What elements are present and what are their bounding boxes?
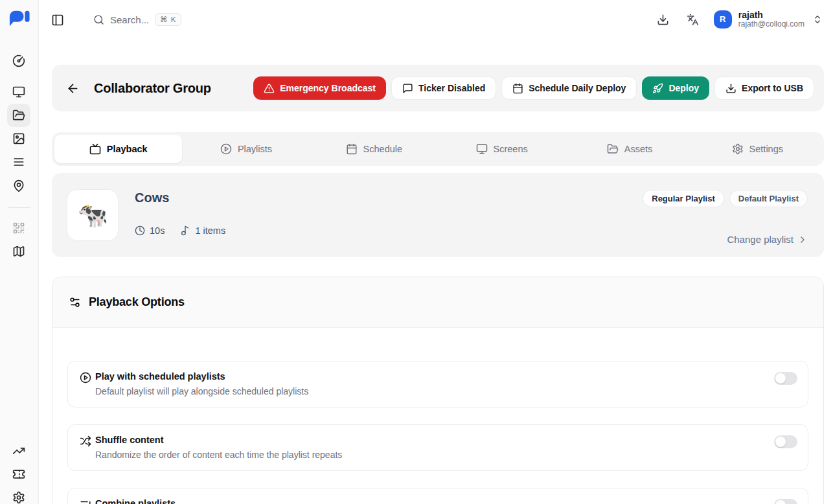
alert-triangle-icon xyxy=(264,83,275,94)
search-shortcut-badge: ⌘ K xyxy=(155,13,181,26)
option-row-combine-playlists: Combine playlists xyxy=(67,488,808,504)
gear-icon xyxy=(12,491,25,504)
calendar-icon xyxy=(512,83,523,94)
default-playlist-badge: Default Playlist xyxy=(729,190,808,207)
regular-playlist-badge: Regular Playlist xyxy=(643,190,724,207)
folder-open-icon xyxy=(12,109,25,122)
header-actions: Emergency Broadcast Ticker Disabled Sche… xyxy=(253,76,814,100)
music-note-icon xyxy=(180,225,190,236)
tv-icon xyxy=(89,143,101,155)
tab-label: Settings xyxy=(749,144,783,154)
sidebar-item-screens[interactable] xyxy=(7,80,30,104)
calendar-icon xyxy=(346,143,358,155)
download-icon xyxy=(725,83,736,94)
shuffle-icon xyxy=(80,435,91,447)
sidebar-item-qr-codes[interactable] xyxy=(7,216,30,240)
ticket-icon xyxy=(12,468,25,481)
playback-options-card: Playback Options Play with scheduled pla… xyxy=(52,277,824,504)
button-label: Export to USB xyxy=(742,83,803,93)
tab-playlists[interactable]: Playlists xyxy=(182,135,310,163)
user-name: rajath xyxy=(738,10,804,20)
sidebar-item-groups[interactable] xyxy=(7,104,30,127)
sidebar xyxy=(0,0,39,504)
download-button[interactable] xyxy=(654,10,672,29)
playlist-title: Cows xyxy=(135,190,169,205)
tab-settings[interactable]: Settings xyxy=(694,135,821,163)
tab-schedule[interactable]: Schedule xyxy=(310,135,438,163)
search-placeholder: Search... xyxy=(110,14,149,25)
chevron-right-icon xyxy=(797,235,808,245)
page-title: Collaborator Group xyxy=(94,81,211,96)
monitor-icon xyxy=(12,86,25,98)
deploy-button[interactable]: Deploy xyxy=(642,76,709,100)
emergency-broadcast-button[interactable]: Emergency Broadcast xyxy=(253,76,386,100)
tab-label: Schedule xyxy=(363,144,402,154)
folder-open-icon xyxy=(607,143,619,155)
playlist-thumbnail: 🐄 xyxy=(67,189,119,241)
toggle-knob xyxy=(775,500,786,504)
option-title: Play with scheduled playlists xyxy=(95,371,225,382)
languages-icon xyxy=(687,14,699,26)
toggle-knob xyxy=(775,373,786,384)
message-square-icon xyxy=(402,83,413,94)
qr-code-icon xyxy=(12,222,25,235)
option-row-shuffle-content: Shuffle content Randomize the order of c… xyxy=(67,424,808,471)
trending-up-icon xyxy=(12,444,25,457)
download-icon xyxy=(657,14,669,26)
rocket-icon xyxy=(652,83,663,94)
sidebar-item-playlists[interactable] xyxy=(7,150,30,174)
toggle-play-with-scheduled[interactable] xyxy=(774,372,797,385)
sidebar-item-map[interactable] xyxy=(7,240,30,263)
sidebar-item-locations[interactable] xyxy=(7,174,30,198)
toggle-combine-playlists[interactable] xyxy=(774,499,797,504)
button-label: Emergency Broadcast xyxy=(280,83,376,93)
sliders-icon xyxy=(69,296,81,308)
playlist-items-count: 1 items xyxy=(195,225,225,236)
group-header: Collaborator Group Emergency Broadcast T… xyxy=(52,65,824,111)
gear-icon xyxy=(732,143,744,155)
gauge-icon xyxy=(12,54,25,67)
sidebar-item-dashboard[interactable] xyxy=(7,49,30,73)
avatar-initial: R xyxy=(720,14,725,24)
topbar-right: R rajath rajath@colloqi.com xyxy=(654,0,823,39)
play-circle-icon xyxy=(220,143,232,155)
tab-label: Playlists xyxy=(238,144,272,154)
option-row-play-with-scheduled: Play with scheduled playlists Default pl… xyxy=(67,361,808,407)
playlist-meta: 10s 1 items xyxy=(135,225,225,236)
sidebar-item-settings[interactable] xyxy=(7,486,30,504)
back-button[interactable] xyxy=(61,76,84,100)
tab-screens[interactable]: Screens xyxy=(438,135,565,163)
change-playlist-link[interactable]: Change playlist xyxy=(727,234,808,245)
sidebar-divider xyxy=(8,207,30,208)
app-logo-icon[interactable] xyxy=(7,9,32,30)
list-end-icon xyxy=(80,499,91,504)
sidebar-toggle-button[interactable] xyxy=(49,12,66,29)
tab-bar: Playback Playlists Schedule Screens Asse… xyxy=(52,132,824,166)
option-description: Default playlist will play alongside sch… xyxy=(95,386,308,396)
change-playlist-label: Change playlist xyxy=(727,234,793,245)
toggle-shuffle-content[interactable] xyxy=(774,435,797,448)
playlist-badges: Regular Playlist Default Playlist xyxy=(643,190,808,207)
tab-label: Screens xyxy=(494,144,528,154)
language-button[interactable] xyxy=(684,10,702,29)
clock-icon xyxy=(135,225,145,236)
panel-left-icon xyxy=(51,14,64,27)
sidebar-item-tickets[interactable] xyxy=(7,463,30,486)
export-to-usb-button[interactable]: Export to USB xyxy=(714,76,814,100)
toggle-knob xyxy=(775,437,786,447)
tab-assets[interactable]: Assets xyxy=(565,135,693,163)
user-menu[interactable]: R rajath rajath@colloqi.com xyxy=(714,10,823,29)
sidebar-item-analytics[interactable] xyxy=(7,439,30,463)
sidebar-item-assets[interactable] xyxy=(7,127,30,150)
playlist-duration: 10s xyxy=(150,225,165,236)
tab-playback[interactable]: Playback xyxy=(54,135,182,163)
search-input[interactable]: Search... ⌘ K xyxy=(93,10,181,29)
arrow-left-icon xyxy=(66,82,80,95)
avatar: R xyxy=(714,10,732,29)
section-title: Playback Options xyxy=(89,295,185,309)
playback-options-header: Playback Options xyxy=(52,277,823,328)
ticker-disabled-button[interactable]: Ticker Disabled xyxy=(391,76,496,100)
app-screen: Search... ⌘ K R rajath rajath@colloqi.co… xyxy=(0,0,833,504)
user-meta: rajath rajath@colloqi.com xyxy=(738,10,804,29)
schedule-daily-deploy-button[interactable]: Schedule Daily Deploy xyxy=(501,76,637,100)
